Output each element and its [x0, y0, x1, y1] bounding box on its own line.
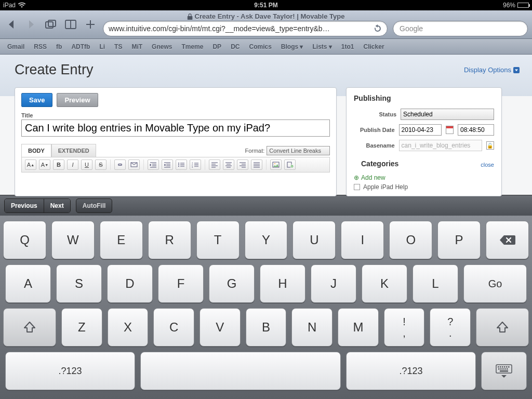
calendar-icon[interactable]	[446, 126, 454, 134]
tab-extended[interactable]: EXTENDED	[51, 144, 96, 157]
key-g[interactable]: G	[209, 264, 255, 303]
key-u[interactable]: U	[292, 221, 336, 259]
add-button[interactable]	[83, 17, 98, 32]
tab-body[interactable]: BODY	[21, 144, 51, 157]
add-category-link[interactable]: ⊕ Add new	[347, 173, 501, 182]
key-comma[interactable]: !,	[384, 308, 425, 347]
key-symbols-left[interactable]: .?123	[5, 352, 135, 390]
bookmark-item[interactable]: TS	[114, 43, 122, 50]
bold-icon[interactable]: B	[53, 159, 64, 170]
key-shift-right[interactable]	[476, 308, 529, 347]
preview-button[interactable]: Preview	[57, 93, 98, 107]
bookmark-item[interactable]: fb	[56, 43, 62, 50]
bookmark-item[interactable]: ADTfb	[71, 43, 90, 50]
align-left-icon[interactable]	[209, 159, 220, 170]
key-f[interactable]: F	[158, 264, 204, 303]
reload-icon[interactable]	[374, 24, 382, 33]
key-n[interactable]: N	[291, 308, 332, 347]
align-justify-icon[interactable]	[251, 159, 262, 170]
key-p[interactable]: P	[437, 221, 481, 259]
key-i[interactable]: I	[341, 221, 384, 259]
bookmark-item[interactable]: Gnews	[152, 43, 172, 50]
key-a[interactable]: A	[5, 264, 51, 303]
bookmark-item[interactable]: Li	[99, 43, 105, 50]
bookmark-item[interactable]: Lists ▾	[313, 43, 332, 50]
font-increase-icon[interactable]: A▲	[25, 159, 36, 170]
key-t[interactable]: T	[196, 221, 240, 259]
next-button[interactable]: Next	[44, 199, 70, 212]
key-s[interactable]: S	[56, 264, 102, 303]
key-z[interactable]: Z	[61, 308, 102, 347]
align-right-icon[interactable]	[237, 159, 248, 170]
bookmark-item[interactable]: DP	[212, 43, 221, 50]
link-icon[interactable]	[114, 159, 126, 170]
bookmark-item[interactable]: DC	[231, 43, 240, 50]
align-center-icon[interactable]	[223, 159, 234, 170]
key-d[interactable]: D	[107, 264, 153, 303]
unlock-icon[interactable]: 🔓	[486, 141, 494, 150]
key-o[interactable]: O	[389, 221, 432, 259]
key-q[interactable]: Q	[3, 221, 46, 259]
bookmark-item[interactable]: Tmeme	[181, 43, 203, 50]
url-field[interactable]: www.intuitive.com/cgi-bin/mt/mt.cgi?__mo…	[103, 21, 388, 36]
insert-file-icon[interactable]	[284, 159, 296, 170]
underline-icon[interactable]: U	[81, 159, 92, 170]
ol-icon[interactable]: 123	[190, 159, 201, 170]
autofill-button[interactable]: AutoFill	[76, 198, 113, 213]
bookmark-item[interactable]: 1to1	[341, 43, 354, 50]
bookmark-item[interactable]: RSS	[34, 43, 47, 50]
key-w[interactable]: W	[51, 221, 95, 259]
bookmark-item[interactable]: Clicker	[364, 43, 384, 50]
key-r[interactable]: R	[148, 221, 191, 259]
email-icon[interactable]	[128, 159, 140, 170]
key-space[interactable]	[140, 352, 341, 390]
publish-date-input[interactable]	[399, 124, 442, 136]
italic-icon[interactable]: I	[67, 159, 78, 170]
font-decrease-icon[interactable]: A▼	[39, 159, 50, 170]
search-field[interactable]: Google	[393, 21, 528, 36]
key-period[interactable]: ?.	[430, 308, 471, 347]
key-x[interactable]: X	[108, 308, 149, 347]
key-k[interactable]: K	[362, 264, 407, 303]
publish-time-input[interactable]	[458, 124, 494, 136]
ul-icon[interactable]	[176, 159, 187, 170]
display-options-link[interactable]: Display Options	[464, 66, 520, 74]
back-button[interactable]	[4, 17, 19, 32]
status-select[interactable]: Scheduled	[401, 109, 494, 120]
key-c[interactable]: C	[153, 308, 194, 347]
strike-icon[interactable]: S	[95, 159, 107, 170]
svg-rect-22	[500, 368, 502, 370]
checkbox-icon[interactable]	[354, 184, 360, 190]
category-item[interactable]: Apple iPad Help	[347, 182, 501, 192]
key-hide-keyboard[interactable]	[481, 352, 527, 390]
key-b[interactable]: B	[246, 308, 287, 347]
key-backspace[interactable]	[486, 221, 529, 259]
key-l[interactable]: L	[413, 264, 458, 303]
key-shift-left[interactable]	[3, 308, 56, 347]
outdent-icon[interactable]	[162, 159, 173, 170]
basename-input[interactable]	[399, 140, 482, 151]
bookmark-item[interactable]: Blogs ▾	[281, 43, 303, 50]
key-h[interactable]: H	[260, 264, 305, 303]
previous-button[interactable]: Previous	[5, 199, 44, 212]
key-symbols-right[interactable]: .?123	[346, 352, 476, 390]
bookmark-item[interactable]: MiT	[131, 43, 142, 50]
svg-rect-24	[504, 368, 506, 370]
key-e[interactable]: E	[100, 221, 143, 259]
save-button[interactable]: Save	[21, 93, 52, 107]
key-m[interactable]: M	[338, 308, 379, 347]
format-select[interactable]: Convert Line Breaks	[267, 146, 330, 155]
bookmark-item[interactable]: Comics	[249, 43, 271, 50]
bookmarks-button[interactable]	[63, 17, 78, 32]
key-j[interactable]: J	[311, 264, 356, 303]
key-go[interactable]: Go	[463, 264, 527, 303]
key-y[interactable]: Y	[245, 221, 288, 259]
bookmark-item[interactable]: Gmail	[7, 43, 24, 50]
close-link[interactable]: close	[481, 162, 494, 168]
title-input[interactable]	[21, 119, 330, 137]
forward-button[interactable]	[24, 17, 38, 32]
pages-button[interactable]	[44, 17, 58, 32]
image-icon[interactable]	[270, 159, 282, 170]
indent-icon[interactable]	[148, 159, 159, 170]
key-v[interactable]: V	[200, 308, 241, 347]
